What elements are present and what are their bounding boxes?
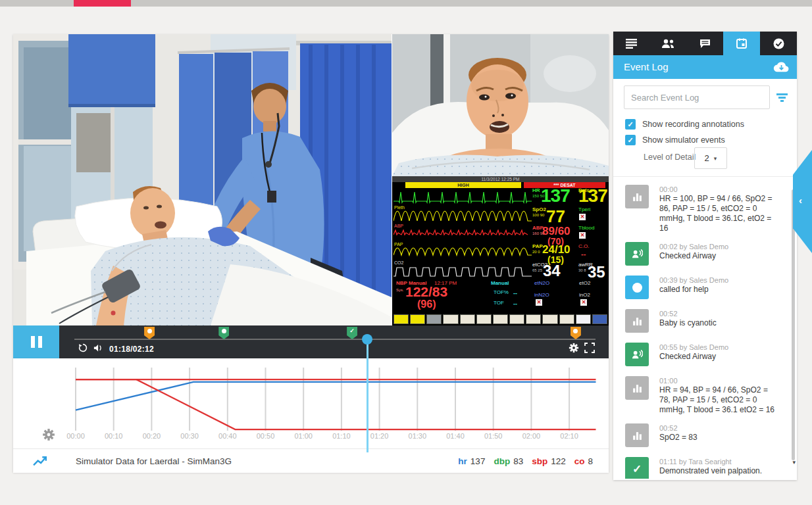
event-log-item[interactable]: 00:52Baby is cyanotic [625, 309, 777, 334]
tab-event-log[interactable] [723, 32, 760, 55]
event-log-item[interactable]: 01:00HR = 94, BP = 94 / 66, SpO2 = 78, P… [625, 376, 777, 415]
level-of-detail-select[interactable]: 2 ▾ [694, 147, 727, 169]
etco2-value: 34 [543, 262, 561, 280]
event-text: called for help [659, 285, 777, 295]
event-log-item[interactable]: 00:39 by Sales Democalled for help [625, 276, 777, 301]
event-log-item[interactable]: 00:52SpO2 = 83 [625, 423, 777, 448]
ino2-label: inO2 [579, 292, 590, 298]
co2-waveform [393, 262, 532, 279]
x-tick-label: 01:40 [436, 432, 474, 440]
fullscreen-icon[interactable] [584, 343, 595, 353]
abp-waveform [393, 225, 532, 242]
gear-icon[interactable] [569, 343, 579, 353]
pap-waveform [393, 243, 532, 260]
monitor-alarm-high: HIGH [405, 182, 521, 188]
monitor-toolbar-button [426, 314, 442, 324]
event-log-item[interactable]: ✓01:11 by Tara SearightDemonstrated vein… [625, 457, 777, 479]
event-log-item[interactable]: 00:55 by Sales DemoChecked Airway [625, 343, 777, 368]
spo2-label: SpO2 [532, 206, 546, 212]
monitor-toolbar-button [576, 314, 591, 324]
timeline-marker-orange[interactable] [571, 327, 581, 339]
volume-icon[interactable] [93, 343, 104, 353]
awrr-limits: 30 8 [578, 268, 586, 272]
x-tick-label: 01:10 [322, 432, 361, 440]
event-timestamp: 00:52 [659, 423, 777, 433]
pap-wave-label: PAP [394, 242, 403, 247]
filter-icon[interactable] [776, 93, 788, 102]
x-tick-label: 00:30 [170, 432, 209, 440]
co-label: C.O. [578, 243, 589, 249]
trend-icon [33, 456, 47, 467]
checkbox-label: Show simulator events [642, 135, 725, 145]
nbp-sys-label: Sys. [396, 288, 404, 292]
event-log-item[interactable]: 00:00HR = 100, BP = 94 / 66, SpO2 = 86, … [625, 185, 777, 233]
awrr-value: 35 [588, 263, 605, 281]
show-recording-annotations-checkbox[interactable]: ✓ Show recording annotations [625, 119, 744, 130]
checkbox-icon: ✓ [625, 119, 636, 130]
event-log-panel: Event Log ✓ Show recording annotations ✓… [613, 32, 797, 480]
x-tick-label: 00:50 [247, 432, 285, 440]
show-simulator-events-checkbox[interactable]: ✓ Show simulator events [625, 135, 725, 145]
spo2-value: 77 [546, 206, 565, 227]
cloud-download-icon[interactable] [773, 61, 789, 73]
playhead-line[interactable] [367, 339, 368, 452]
tblood-disconnected-icon: ✕ [579, 232, 586, 239]
timeline-marker-green[interactable] [218, 327, 229, 339]
vital-hr: hr137 [458, 456, 485, 466]
hr-label: HR [532, 187, 540, 193]
voice-annotation-icon [632, 349, 643, 360]
pap-limits: 20 0 [532, 250, 540, 254]
vital-dbp: dbp83 [494, 456, 523, 466]
tab-people[interactable] [650, 32, 687, 55]
event-log-item[interactable]: 00:02 by Sales DemoChecked Airway [625, 242, 777, 267]
tab-notes[interactable] [613, 32, 650, 55]
pleth-label: Pleth [394, 205, 405, 210]
ino2-disconnected-icon: ✕ [580, 299, 587, 306]
event-text: Checked Airway [659, 251, 777, 261]
record-annotation-icon [632, 283, 642, 293]
timeline-marker-orange[interactable] [144, 327, 155, 339]
event-timestamp: 00:39 by Sales Demo [659, 276, 777, 285]
event-log-title: Event Log [624, 61, 669, 72]
vital-sbp: sbp122 [532, 456, 566, 466]
simulator-data-footer: Simulator Data for Laerdal - SimMan3G hr… [13, 448, 609, 473]
video-stage[interactable]: 11/3/2012 12:25 PM HIGH *** DESAT Pleth … [13, 34, 609, 358]
level-of-detail-label: Level of Detail [644, 153, 696, 162]
scrollbar-down-arrow[interactable]: ▾ [792, 459, 796, 466]
event-timestamp: 00:02 by Sales Demo [659, 242, 777, 251]
tab-assessment[interactable] [760, 32, 797, 55]
x-tick-label: 02:10 [550, 432, 588, 440]
chart-settings-gear-icon[interactable] [42, 428, 55, 441]
inn2o-disconnected-icon: ✕ [536, 299, 542, 306]
search-input[interactable] [624, 85, 770, 109]
event-timestamp: 00:52 [659, 309, 777, 318]
manikin-closeup-video[interactable] [392, 34, 609, 176]
tab-chat[interactable] [687, 32, 724, 55]
manual-label: Manual [491, 280, 509, 286]
top-strip [0, 0, 812, 7]
bar-chart-icon [632, 430, 643, 441]
pap-label: PAP [532, 243, 543, 249]
vital-co: co8 [574, 456, 593, 466]
trend-series-red-line-falling [76, 379, 596, 429]
tof-label: TOF [494, 300, 504, 306]
video-timeline[interactable] [74, 339, 596, 340]
timeline-marker-green-check[interactable]: ✓ [347, 327, 357, 339]
event-text: HR = 94, BP = 94 / 66, SpO2 = 78, PAP = … [659, 385, 777, 415]
playhead-handle[interactable] [362, 334, 372, 345]
replay-icon[interactable] [78, 343, 88, 353]
abp-wave-label: ABP [394, 224, 403, 228]
patient-monitor-video[interactable]: 11/3/2012 12:25 PM HIGH *** DESAT Pleth … [392, 176, 609, 325]
tperi-label: Tperi [578, 206, 590, 212]
monitor-toolbar-button [509, 314, 524, 324]
spo2-limits: 100 90 [532, 213, 544, 217]
monitor-toolbar-button [493, 314, 508, 324]
tof-value: -- [513, 301, 517, 307]
simulation-room-video[interactable] [13, 34, 392, 325]
voice-annotation-icon [632, 249, 643, 260]
pleth-waveform [393, 206, 532, 224]
monitor-toolbar-button [542, 314, 557, 324]
bar-chart-icon [632, 383, 643, 394]
x-tick-label: 00:40 [209, 432, 247, 440]
pause-button[interactable] [13, 325, 59, 358]
